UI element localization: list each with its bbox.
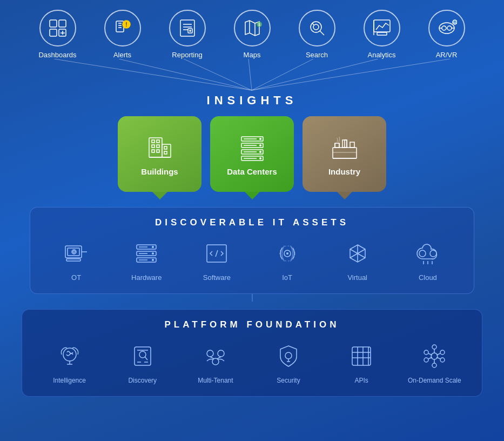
top-icon-search: Search	[285, 10, 350, 59]
svg-point-99	[430, 250, 436, 257]
svg-rect-12	[180, 20, 194, 36]
reporting-label: Reporting	[172, 51, 202, 59]
svg-rect-49	[152, 140, 154, 143]
platform-panel: PLATFORM FOUNDATION Intelligence	[22, 309, 482, 397]
svg-rect-81	[66, 259, 80, 261]
platform-multitenant: Multi-Tenant	[187, 340, 244, 384]
platform-discovery: Discovery	[114, 340, 171, 384]
svg-line-108	[145, 357, 147, 360]
platform-security: Security	[260, 340, 317, 384]
ot-label: OT	[71, 273, 81, 282]
top-icon-analytics: Analytics	[350, 10, 414, 59]
svg-rect-56	[164, 151, 167, 154]
analytics-icon	[372, 18, 392, 38]
svg-rect-50	[157, 140, 159, 143]
arch-svg	[22, 59, 482, 91]
discoverable-panel: DISCOVERABLE IT ASSETS OT	[30, 207, 474, 294]
maps-icon: $	[242, 18, 263, 38]
search-icon	[307, 18, 327, 38]
svg-line-116	[217, 357, 221, 359]
svg-line-115	[210, 357, 214, 359]
svg-point-62	[259, 144, 261, 146]
svg-rect-0	[50, 20, 57, 27]
svg-point-33	[442, 26, 446, 30]
top-icon-dashboards: Dashboards	[25, 10, 90, 59]
svg-point-127	[424, 350, 428, 355]
svg-point-92	[152, 259, 154, 261]
virtual-icon	[345, 240, 371, 266]
alerts-icon: !	[112, 18, 133, 38]
intelligence-label: Intelligence	[53, 377, 86, 384]
insights-title: INSIGHTS	[0, 93, 504, 108]
platform-ondemand: On-Demand Scale	[406, 340, 463, 384]
svg-point-26	[313, 24, 319, 30]
svg-text:AR: AR	[452, 21, 456, 24]
svg-point-112	[207, 350, 213, 357]
discovery-label: Discovery	[128, 377, 157, 384]
top-icon-alerts: ! Alerts	[90, 10, 155, 59]
svg-point-82	[72, 250, 76, 254]
platform-row: Intelligence Discovery	[33, 340, 471, 384]
hardware-label: Hardware	[131, 273, 162, 282]
it-asset-hardware: Hardware	[131, 238, 162, 282]
dashboards-icon	[48, 18, 68, 38]
arvr-icon: AR	[436, 18, 457, 38]
svg-rect-55	[164, 146, 167, 149]
svg-point-83	[73, 251, 75, 253]
platform-intelligence: Intelligence	[41, 340, 98, 384]
svg-line-25	[320, 31, 324, 35]
apis-icon-wrap	[345, 340, 378, 372]
top-icon-arvr: AR AR/VR	[414, 10, 479, 59]
analytics-icon-circle	[364, 10, 400, 46]
ot-icon-wrap	[61, 238, 92, 269]
datacenters-label: Data Centers	[227, 167, 277, 176]
svg-line-94	[216, 250, 218, 257]
apis-icon	[348, 343, 375, 370]
buildings-label: Buildings	[141, 167, 178, 176]
svg-line-42	[248, 59, 252, 90]
search-label: Search	[306, 51, 328, 59]
svg-rect-53	[152, 150, 154, 152]
svg-point-131	[440, 350, 445, 355]
reporting-icon	[177, 18, 198, 38]
cloud-icon	[415, 240, 441, 266]
svg-point-64	[259, 157, 261, 159]
svg-rect-52	[157, 145, 159, 148]
svg-rect-73	[350, 142, 354, 148]
svg-rect-106	[135, 347, 151, 365]
it-asset-cloud: Cloud	[412, 238, 443, 282]
it-asset-virtual: Virtual	[342, 238, 373, 282]
svg-rect-46	[149, 138, 162, 157]
svg-line-39	[54, 59, 252, 90]
intelligence-icon	[56, 343, 83, 370]
card-datacenters: Data Centers	[210, 116, 294, 192]
svg-point-113	[218, 350, 224, 357]
top-icon-reporting: Reporting	[155, 10, 220, 59]
card-buildings: Buildings	[118, 116, 201, 192]
platform-title: PLATFORM FOUNDATION	[33, 319, 471, 330]
it-asset-ot: OT	[61, 238, 92, 282]
multitenant-label: Multi-Tenant	[198, 377, 233, 384]
it-assets-row: OT Hardware	[41, 238, 463, 282]
svg-point-96	[286, 252, 288, 255]
dashboards-label: Dashboards	[38, 51, 76, 59]
datacenters-icon	[237, 132, 267, 163]
buildings-icon	[145, 132, 175, 163]
intelligence-icon-wrap	[53, 340, 86, 372]
hardware-icon	[133, 240, 159, 266]
svg-rect-54	[157, 150, 159, 152]
svg-rect-71	[335, 143, 339, 148]
svg-line-44	[252, 59, 378, 90]
svg-point-130	[432, 363, 436, 368]
svg-point-128	[424, 358, 428, 362]
software-icon	[204, 240, 230, 266]
dashboards-icon-circle	[39, 10, 76, 46]
iot-icon	[274, 240, 300, 266]
security-icon	[275, 343, 302, 370]
multitenant-icon-wrap	[199, 340, 232, 372]
hardware-icon-wrap	[131, 238, 162, 269]
svg-line-27	[312, 23, 314, 25]
svg-point-91	[152, 252, 154, 255]
discovery-icon-wrap	[126, 340, 159, 372]
software-label: Software	[203, 273, 231, 282]
